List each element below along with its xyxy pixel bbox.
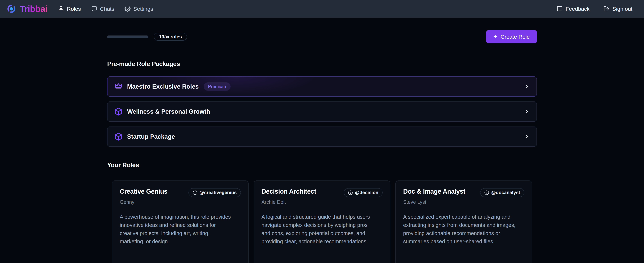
packages-section-title: Pre-made Role Packages <box>107 60 537 67</box>
create-role-button[interactable]: + Create Role <box>486 30 537 43</box>
chevron-right-icon <box>524 83 530 90</box>
roles-grid: Creative Genius @creativegenius Genny A … <box>107 181 537 263</box>
main-nav: Roles Chats Settings <box>58 6 153 12</box>
chevron-right-icon <box>524 134 530 140</box>
nav-item-label: Chats <box>100 6 114 12</box>
chat-bubble-icon <box>556 6 563 12</box>
app-screen: Tribbai Roles Chats Settings <box>0 0 644 263</box>
role-description: A logical and structured guide that help… <box>262 213 375 246</box>
info-icon <box>484 190 489 195</box>
logout-icon <box>603 6 610 12</box>
package-box-icon <box>114 132 122 141</box>
role-handle-badge[interactable]: @decision <box>344 188 382 197</box>
premium-badge: Premium <box>204 82 230 91</box>
topbar: Tribbai Roles Chats Settings <box>0 0 644 18</box>
role-card-header: Creative Genius @creativegenius <box>120 188 241 197</box>
package-row-maestro[interactable]: Maestro Exclusive Roles Premium <box>107 76 537 97</box>
role-card-header: Doc & Image Analyst @docanalyst <box>403 188 524 197</box>
info-icon <box>193 190 198 195</box>
nav-item-label: Roles <box>67 6 81 12</box>
role-title: Doc & Image Analyst <box>403 188 465 195</box>
role-card-decision-architect[interactable]: Decision Architect @decision Archie Doit… <box>254 181 390 263</box>
chat-bubble-icon <box>91 6 97 12</box>
nav-item-label: Settings <box>133 6 153 12</box>
roles-section-title: Your Roles <box>107 162 537 169</box>
package-title: Maestro Exclusive Roles <box>127 83 199 90</box>
brand-logo[interactable]: Tribbai <box>7 4 48 14</box>
package-row-wellness[interactable]: Wellness & Personal Growth <box>107 101 537 122</box>
role-description: A specialized expert capable of analyzin… <box>403 213 516 246</box>
nav-item-chats[interactable]: Chats <box>91 6 114 12</box>
role-card-creative-genius[interactable]: Creative Genius @creativegenius Genny A … <box>112 181 248 263</box>
brand-logo-icon <box>7 4 16 13</box>
roles-progress-bar <box>107 35 148 38</box>
role-subtitle: Archie Doit <box>262 199 382 205</box>
roles-count-badge: 13/∞ roles <box>154 33 187 41</box>
role-title: Decision Architect <box>262 188 316 195</box>
main-content: 13/∞ roles + Create Role Pre-made Role P… <box>107 18 537 263</box>
crown-icon <box>114 82 122 91</box>
create-role-label: Create Role <box>501 34 530 40</box>
roles-meter-row: 13/∞ roles + Create Role <box>107 30 537 43</box>
role-card-doc-image-analyst[interactable]: Doc & Image Analyst @docanalyst Steve Ly… <box>396 181 532 263</box>
sign-out-button[interactable]: Sign out <box>603 6 632 12</box>
role-card-header: Decision Architect @decision <box>262 188 382 197</box>
topbar-actions: Feedback Sign out <box>556 6 632 12</box>
role-title: Creative Genius <box>120 188 168 195</box>
role-handle: @creativegenius <box>200 190 237 195</box>
role-handle-badge[interactable]: @docanalyst <box>480 188 524 197</box>
package-title: Wellness & Personal Growth <box>127 108 210 115</box>
role-description: A powerhouse of imagination, this role p… <box>120 213 233 246</box>
sign-out-label: Sign out <box>612 6 632 12</box>
role-subtitle: Genny <box>120 199 241 205</box>
user-icon <box>58 6 64 12</box>
chevron-right-icon <box>524 109 530 115</box>
role-handle: @decision <box>355 190 378 195</box>
package-box-icon <box>114 107 122 116</box>
package-list: Maestro Exclusive Roles Premium Wellness… <box>107 76 537 147</box>
role-handle: @docanalyst <box>491 190 520 195</box>
nav-item-roles[interactable]: Roles <box>58 6 81 12</box>
feedback-button[interactable]: Feedback <box>556 6 590 12</box>
package-title: Startup Package <box>127 133 175 140</box>
plus-icon: + <box>493 33 498 40</box>
role-handle-badge[interactable]: @creativegenius <box>188 188 241 197</box>
feedback-label: Feedback <box>566 6 590 12</box>
nav-item-settings[interactable]: Settings <box>124 6 153 12</box>
info-icon <box>348 190 353 195</box>
role-subtitle: Steve Lyst <box>403 199 524 205</box>
package-row-startup[interactable]: Startup Package <box>107 127 537 147</box>
gear-icon <box>124 6 131 12</box>
brand-name: Tribbai <box>20 4 48 14</box>
